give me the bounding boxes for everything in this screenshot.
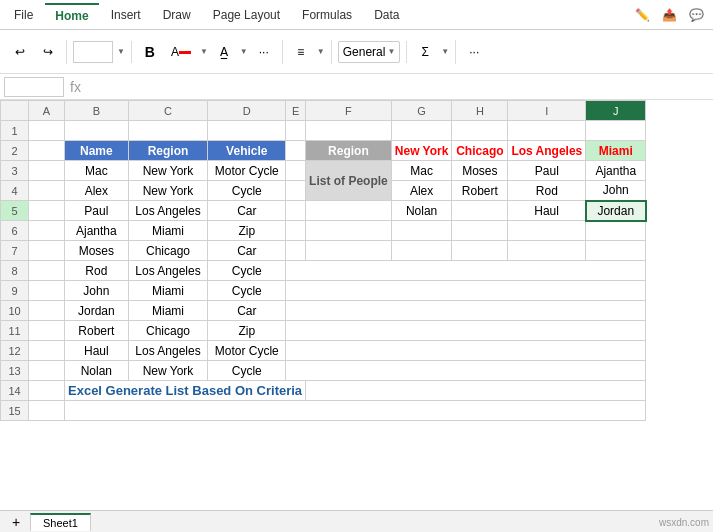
tab-page-layout[interactable]: Page Layout [203,4,290,26]
cell-E2[interactable] [286,141,306,161]
cell-H2[interactable]: Chicago [452,141,508,161]
cell-J1[interactable] [586,121,646,141]
cell-B1[interactable] [65,121,129,141]
cell-B5[interactable]: Paul [65,201,129,221]
cell-E7[interactable] [286,241,306,261]
cell-I2[interactable]: Los Angeles [508,141,586,161]
cell-G5[interactable]: Nolan [391,201,452,221]
cell-E5[interactable] [286,201,306,221]
cell-B13[interactable]: Nolan [65,361,129,381]
cell-E12[interactable] [286,341,646,361]
cell-D2[interactable]: Vehicle [208,141,286,161]
cell-G1[interactable] [391,121,452,141]
cell-C4[interactable]: New York [128,181,208,201]
sheet-tab-1[interactable]: Sheet1 [30,513,91,531]
cell-A3[interactable] [29,161,65,181]
cell-E9[interactable] [286,281,646,301]
cell-C2[interactable]: Region [128,141,208,161]
cell-B4[interactable]: Alex [65,181,129,201]
cell-C12[interactable]: Los Angeles [128,341,208,361]
cell-A10[interactable] [29,301,65,321]
cell-F5[interactable] [306,201,392,221]
cell-H4[interactable]: Robert [452,181,508,201]
comment-icon[interactable]: 💬 [684,3,709,27]
font-color-caret[interactable]: ▼ [200,47,208,56]
cell-G4[interactable]: Alex [391,181,452,201]
add-sheet-button[interactable]: + [4,510,28,533]
cell-H3[interactable]: Moses [452,161,508,181]
tab-home[interactable]: Home [45,3,98,27]
cell-I7[interactable] [508,241,586,261]
redo-button[interactable]: ↪ [36,40,60,64]
cell-E4[interactable] [286,181,306,201]
cell-E1[interactable] [286,121,306,141]
cell-I5[interactable]: Haul [508,201,586,221]
cell-D13[interactable]: Cycle [208,361,286,381]
cell-A12[interactable] [29,341,65,361]
highlight-button[interactable]: A̲ [212,40,236,64]
sum-caret[interactable]: ▼ [441,47,449,56]
cell-A15[interactable] [29,401,65,421]
cell-F3[interactable]: List of People [306,161,392,201]
number-format-dropdown[interactable]: General ▼ [338,41,401,63]
cell-D8[interactable]: Cycle [208,261,286,281]
cell-B15[interactable] [65,401,646,421]
col-header-A[interactable]: A [29,101,65,121]
cell-C5[interactable]: Los Angeles [128,201,208,221]
font-size-caret[interactable]: ▼ [117,47,125,56]
cell-B12[interactable]: Haul [65,341,129,361]
cell-B9[interactable]: John [65,281,129,301]
cell-J2[interactable]: Miami [586,141,646,161]
cell-C7[interactable]: Chicago [128,241,208,261]
tab-draw[interactable]: Draw [153,4,201,26]
cell-E8[interactable] [286,261,646,281]
share-icon[interactable]: 📤 [657,3,682,27]
cell-D3[interactable]: Motor Cycle [208,161,286,181]
cell-H5[interactable] [452,201,508,221]
cell-C3[interactable]: New York [128,161,208,181]
cell-B2[interactable]: Name [65,141,129,161]
tab-formulas[interactable]: Formulas [292,4,362,26]
font-color-button[interactable]: A [166,40,196,64]
formula-input[interactable]: =FILTER($B$2:$B$12,$C$2:$C$12=J$2) [87,77,709,97]
cell-reference-input[interactable]: J5 [4,77,64,97]
cell-C6[interactable]: Miami [128,221,208,241]
cell-A5[interactable] [29,201,65,221]
cell-E10[interactable] [286,301,646,321]
highlight-caret[interactable]: ▼ [240,47,248,56]
cell-D9[interactable]: Cycle [208,281,286,301]
col-header-I[interactable]: I [508,101,586,121]
cell-G7[interactable] [391,241,452,261]
cell-E11[interactable] [286,321,646,341]
cell-E13[interactable] [286,361,646,381]
align-button[interactable]: ≡ [289,40,313,64]
tab-file[interactable]: File [4,4,43,26]
tab-data[interactable]: Data [364,4,409,26]
cell-I4[interactable]: Rod [508,181,586,201]
cell-B7[interactable]: Moses [65,241,129,261]
cell-A2[interactable] [29,141,65,161]
cell-A13[interactable] [29,361,65,381]
cell-J5[interactable]: Jordan [586,201,646,221]
cell-I6[interactable] [508,221,586,241]
col-header-D[interactable]: D [208,101,286,121]
cell-D11[interactable]: Zip [208,321,286,341]
cell-J3[interactable]: Ajantha [586,161,646,181]
cell-D4[interactable]: Cycle [208,181,286,201]
cell-J4[interactable]: John [586,181,646,201]
more-format-button[interactable]: ··· [252,40,276,64]
col-header-B[interactable]: B [65,101,129,121]
cell-G2[interactable]: New York [391,141,452,161]
cell-F7[interactable] [306,241,392,261]
cell-D12[interactable]: Motor Cycle [208,341,286,361]
cell-A6[interactable] [29,221,65,241]
cell-H7[interactable] [452,241,508,261]
cell-A11[interactable] [29,321,65,341]
col-header-E[interactable]: E [286,101,306,121]
cell-H1[interactable] [452,121,508,141]
cell-B6[interactable]: Ajantha [65,221,129,241]
cell-F14[interactable] [306,381,646,401]
cell-I1[interactable] [508,121,586,141]
col-header-G[interactable]: G [391,101,452,121]
cell-E6[interactable] [286,221,306,241]
